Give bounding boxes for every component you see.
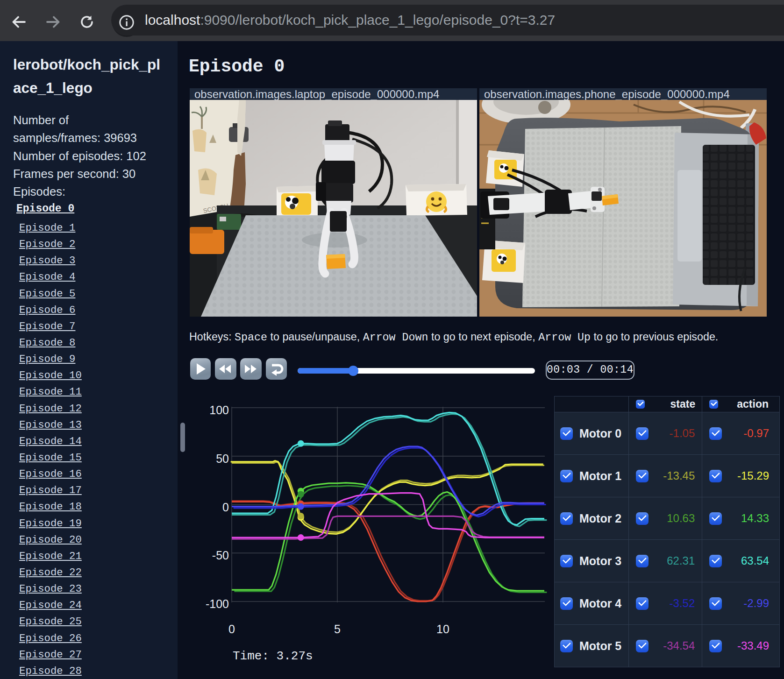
svg-text:10: 10 bbox=[436, 622, 449, 636]
svg-text:-100: -100 bbox=[206, 597, 229, 610]
svg-text:-50: -50 bbox=[212, 549, 229, 562]
svg-text:50: 50 bbox=[216, 452, 229, 465]
svg-text:100: 100 bbox=[209, 403, 229, 417]
svg-text:5: 5 bbox=[334, 622, 341, 636]
svg-text:0: 0 bbox=[228, 622, 235, 636]
svg-text:Time: 3.27s: Time: 3.27s bbox=[233, 649, 313, 663]
svg-text:0: 0 bbox=[222, 501, 229, 514]
